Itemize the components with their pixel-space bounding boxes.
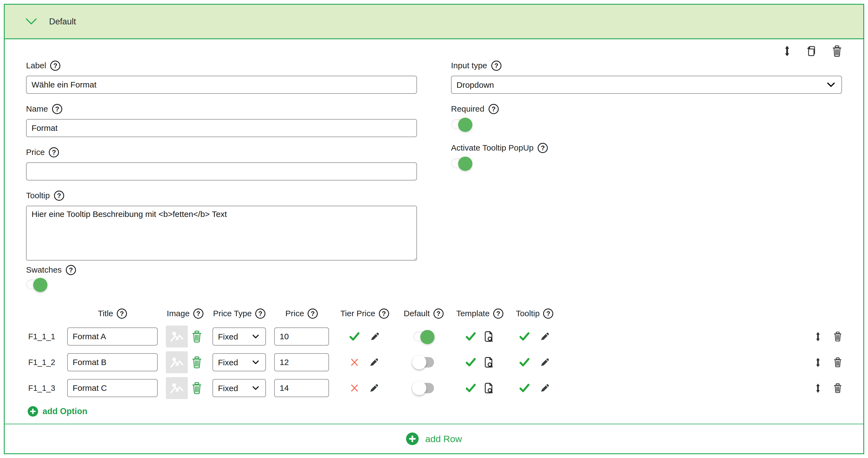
header-label: Price xyxy=(285,309,304,318)
default-toggle[interactable] xyxy=(413,383,434,393)
price-input[interactable] xyxy=(26,162,417,180)
move-option-button[interactable] xyxy=(815,384,821,393)
image-placeholder[interactable] xyxy=(166,377,188,399)
option-default-cell xyxy=(400,331,447,342)
help-icon[interactable] xyxy=(50,61,60,71)
label-input[interactable] xyxy=(26,76,417,94)
option-tooltip-cell xyxy=(513,332,557,341)
tooltip-status[interactable] xyxy=(520,384,529,393)
move-option-button[interactable] xyxy=(815,358,821,367)
option-price-input[interactable] xyxy=(274,328,329,345)
help-icon[interactable] xyxy=(117,308,127,319)
accordion-header[interactable]: Default xyxy=(5,5,863,39)
help-icon[interactable] xyxy=(538,143,548,153)
option-id: F1_1_2 xyxy=(26,358,59,367)
edit-tooltip-button[interactable] xyxy=(540,383,550,393)
edit-tier-price-button[interactable] xyxy=(369,357,379,367)
image-icon xyxy=(170,355,184,369)
document-search-icon xyxy=(483,356,494,368)
template-status[interactable] xyxy=(466,332,476,341)
default-toggle[interactable] xyxy=(413,357,434,367)
check-icon xyxy=(349,332,360,341)
move-vertical-icon xyxy=(815,332,821,341)
add-row-label: add Row xyxy=(425,434,462,444)
move-row-button[interactable] xyxy=(784,45,790,57)
header-price-type: Price Type xyxy=(213,308,266,319)
default-toggle[interactable] xyxy=(413,331,434,342)
document-search-icon xyxy=(483,331,494,342)
add-row-button[interactable]: add Row xyxy=(404,432,464,446)
option-id: F1_1_1 xyxy=(26,332,59,341)
swatches-toggle[interactable] xyxy=(26,279,47,289)
tooltip-status[interactable] xyxy=(520,358,529,367)
help-icon[interactable] xyxy=(49,147,59,157)
price-type-select[interactable]: Fixed xyxy=(213,353,266,371)
price-type-select[interactable]: Fixed xyxy=(213,328,266,345)
options-table: Title Image Price Type Price Tier Price xyxy=(26,305,842,418)
help-icon[interactable] xyxy=(489,104,499,114)
trash-icon xyxy=(192,356,202,368)
tier-price-status[interactable] xyxy=(350,384,359,392)
options-table-header: Title Image Price Type Price Tier Price xyxy=(26,305,842,322)
option-title-input[interactable] xyxy=(67,353,158,371)
field-tooltip-caption: Tooltip xyxy=(26,189,417,202)
option-price-input[interactable] xyxy=(274,379,329,397)
check-icon xyxy=(466,332,476,341)
option-title-input[interactable] xyxy=(67,379,158,397)
option-price-input[interactable] xyxy=(274,353,329,371)
required-toggle[interactable] xyxy=(451,119,472,129)
edit-tooltip-button[interactable] xyxy=(540,357,550,367)
field-required: Required xyxy=(451,103,842,129)
option-title-input[interactable] xyxy=(67,328,158,345)
option-price-cell xyxy=(274,379,329,397)
template-status[interactable] xyxy=(466,358,476,367)
option-image-cell xyxy=(166,326,204,347)
input-type-select[interactable]: Dropdown xyxy=(451,76,842,94)
input-type-select-wrap: Dropdown xyxy=(451,76,842,94)
help-icon[interactable] xyxy=(543,308,553,319)
edit-tier-price-button[interactable] xyxy=(370,332,380,341)
help-icon[interactable] xyxy=(493,308,503,319)
help-icon[interactable] xyxy=(308,308,318,319)
delete-option-button[interactable] xyxy=(833,332,842,341)
tier-price-status[interactable] xyxy=(349,332,360,341)
option-tier-price-cell xyxy=(337,383,392,393)
tooltip-popup-toggle[interactable] xyxy=(451,158,472,169)
delete-option-button[interactable] xyxy=(833,383,842,393)
preview-template-button[interactable] xyxy=(483,382,494,394)
help-icon[interactable] xyxy=(491,61,501,71)
help-icon[interactable] xyxy=(193,308,204,319)
help-icon[interactable] xyxy=(54,191,64,201)
pencil-icon xyxy=(540,357,550,367)
option-price-cell xyxy=(274,328,329,345)
price-type-select[interactable]: Fixed xyxy=(213,379,266,397)
name-input[interactable] xyxy=(26,119,417,137)
edit-tier-price-button[interactable] xyxy=(369,383,379,393)
image-placeholder[interactable] xyxy=(166,326,188,347)
duplicate-row-button[interactable] xyxy=(805,45,817,57)
help-icon[interactable] xyxy=(433,308,443,319)
add-option-button[interactable]: add Option xyxy=(26,406,89,417)
help-icon[interactable] xyxy=(379,308,389,319)
delete-row-button[interactable] xyxy=(832,45,842,57)
toggle-knob xyxy=(458,157,472,171)
option-panel: Default Label xyxy=(4,4,864,454)
template-status[interactable] xyxy=(466,384,476,393)
help-icon[interactable] xyxy=(52,104,62,114)
trash-icon xyxy=(833,332,842,341)
tier-price-status[interactable] xyxy=(350,358,359,366)
delete-option-button[interactable] xyxy=(833,357,842,367)
help-icon[interactable] xyxy=(255,308,266,319)
tooltip-textarea[interactable]: Hier eine Tooltip Beschreibung mit <b>fe… xyxy=(26,206,417,261)
tooltip-status[interactable] xyxy=(520,332,529,341)
remove-image-button[interactable] xyxy=(192,356,202,368)
move-option-button[interactable] xyxy=(815,332,821,341)
preview-template-button[interactable] xyxy=(483,356,494,368)
preview-template-button[interactable] xyxy=(483,331,494,342)
image-placeholder[interactable] xyxy=(166,351,188,373)
edit-tooltip-button[interactable] xyxy=(540,332,550,341)
help-icon[interactable] xyxy=(66,265,76,275)
remove-image-button[interactable] xyxy=(192,382,202,394)
remove-image-button[interactable] xyxy=(192,331,202,342)
header-default: Default xyxy=(400,308,447,319)
